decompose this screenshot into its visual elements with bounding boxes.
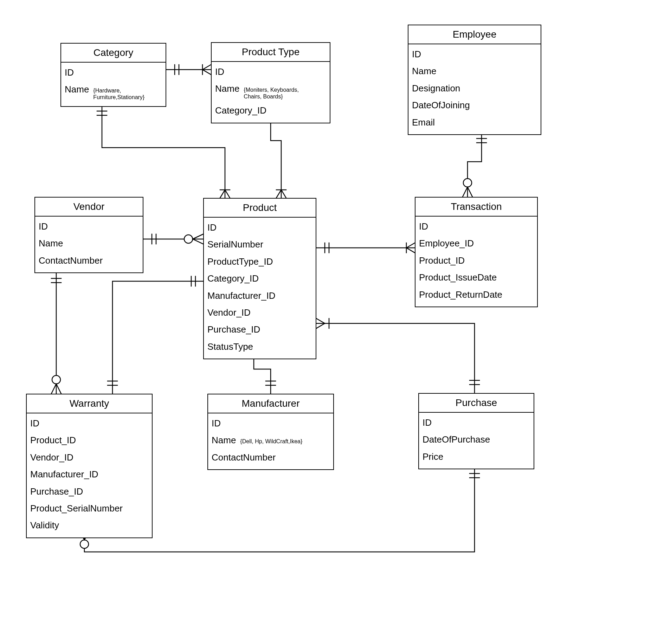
rel-category-product [97, 103, 230, 198]
entity-product-type: Product Type ID Name {Moniters, Keyboard… [211, 42, 330, 123]
entity-warranty: Warranty ID Product_ID Vendor_ID Manufac… [26, 394, 153, 538]
svg-point-1 [52, 375, 60, 384]
attr: Category_ID [207, 272, 259, 285]
attr: ID [423, 416, 432, 429]
attr: StatusType [207, 340, 253, 353]
attr: Product_IssueDate [419, 271, 497, 284]
entity-attrs: ID Product_ID Vendor_ID Manufacturer_ID … [27, 413, 152, 537]
entity-transaction: Transaction ID Employee_ID Product_ID Pr… [415, 197, 538, 307]
attr: Vendor_ID [207, 306, 251, 319]
attr: ID [65, 66, 74, 79]
attr: ID [419, 220, 428, 233]
attr: Name [212, 434, 236, 446]
attr: Product_ID [419, 254, 465, 267]
entity-attrs: ID Name {Dell, Hp, WildCraft,Ikea} Conta… [208, 413, 333, 469]
attr: Validity [30, 519, 59, 532]
attr: ID [412, 48, 421, 60]
entity-title: Category [61, 44, 166, 63]
attr: Product_SerialNumber [30, 502, 123, 515]
entity-title: Transaction [415, 198, 537, 217]
entity-employee: Employee ID Name Designation DateOfJoini… [408, 25, 541, 135]
entity-vendor: Vendor ID Name ContactNumber [34, 197, 143, 273]
attr: ID [30, 417, 39, 430]
attr: Product_ID [30, 434, 76, 446]
attr: ID [212, 417, 221, 430]
entity-title: Purchase [419, 394, 534, 413]
rel-employee-transaction [463, 130, 486, 197]
entity-product: Product ID SerialNumber ProductType_ID C… [203, 198, 316, 359]
entity-attrs: ID Employee_ID Product_ID Product_IssueD… [415, 217, 537, 307]
svg-point-2 [463, 179, 472, 187]
entity-title: Product [204, 199, 316, 218]
er-diagram: Category ID Name {Hardware, Furniture,St… [0, 0, 651, 644]
attr: ContactNumber [39, 254, 103, 267]
attr: Purchase_ID [207, 323, 260, 336]
attr-note: {Dell, Hp, WildCraft,Ikea} [240, 438, 302, 445]
entity-attrs: ID Name {Hardware, Furniture,Stationary} [61, 63, 166, 106]
rel-product-transaction [316, 243, 415, 253]
rel-category-producttype [166, 65, 211, 75]
svg-point-3 [80, 540, 89, 548]
attr: Employee_ID [419, 237, 474, 250]
attr: DateOfPurchase [423, 433, 490, 446]
attr: Name [215, 82, 239, 95]
entity-title: Manufacturer [208, 394, 333, 413]
attr: Designation [412, 82, 460, 95]
entity-purchase: Purchase ID DateOfPurchase Price [418, 393, 534, 469]
entity-attrs: ID SerialNumber ProductType_ID Category_… [204, 218, 316, 359]
attr: DateOfJoining [412, 99, 470, 111]
attr: ID [39, 220, 48, 233]
entity-manufacturer: Manufacturer ID Name {Dell, Hp, WildCraf… [207, 394, 334, 470]
attr: ID [215, 65, 224, 78]
rel-vendor-warranty [51, 270, 61, 394]
attr: Name [65, 83, 89, 96]
svg-point-0 [184, 235, 193, 243]
attr: Manufacturer_ID [207, 289, 276, 302]
entity-title: Employee [408, 25, 541, 44]
entity-title: Vendor [35, 198, 143, 217]
attr: ID [207, 221, 217, 234]
entity-attrs: ID Name {Moniters, Keyboards, Chairs, Bo… [212, 62, 330, 123]
attr: Price [423, 450, 443, 463]
attr: Name [39, 237, 63, 250]
attr: SerialNumber [207, 238, 263, 251]
attr: ContactNumber [212, 451, 276, 464]
attr-note: {Moniters, Keyboards, Chairs, Boards} [244, 87, 299, 100]
rel-product-warranty [108, 276, 203, 394]
rel-vendor-product [143, 234, 203, 244]
attr: ProductType_ID [207, 255, 273, 268]
attr-note: {Hardware, Furniture,Stationary} [93, 88, 144, 101]
attr: Manufacturer_ID [30, 468, 98, 481]
attr: Name [412, 65, 436, 77]
attr: Vendor_ID [30, 451, 73, 464]
entity-attrs: ID Name Designation DateOfJoining Email [408, 44, 541, 134]
entity-attrs: ID DateOfPurchase Price [419, 413, 534, 469]
attr: Email [412, 116, 435, 129]
rel-product-purchase [316, 318, 479, 393]
entity-category: Category ID Name {Hardware, Furniture,St… [60, 43, 166, 107]
attr: Category_ID [215, 104, 266, 117]
entity-title: Product Type [212, 43, 330, 62]
attr: Product_ReturnDate [419, 288, 502, 301]
attr: Purchase_ID [30, 485, 83, 498]
entity-title: Warranty [27, 394, 152, 413]
entity-attrs: ID Name ContactNumber [35, 217, 143, 272]
